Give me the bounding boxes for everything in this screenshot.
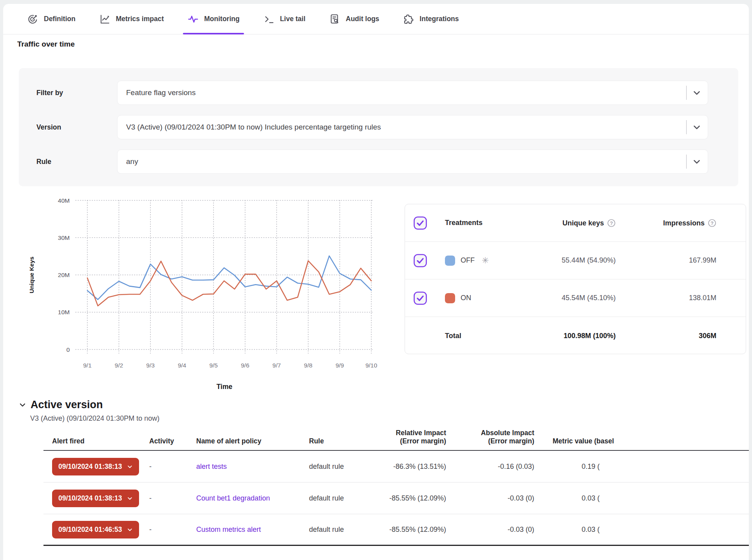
- chevron-down-icon: [692, 122, 702, 132]
- treatment-row-off: OFF ✳ 55.44M (54.90%) 167.99M: [405, 242, 746, 279]
- alert-policy-link[interactable]: Count bet1 degradation: [196, 494, 270, 502]
- tab-metrics-impact[interactable]: Metrics impact: [97, 4, 166, 34]
- chart-section: 010M20M30M40M9/19/29/39/49/59/69/79/89/9…: [3, 195, 749, 393]
- svg-text:9/6: 9/6: [241, 362, 249, 369]
- tab-label: Audit logs: [346, 15, 380, 23]
- unique-keys-column-header: Unique keys?: [498, 219, 616, 227]
- filter-row-rule: Rule any: [36, 149, 708, 174]
- treatments-panel: Treatments Unique keys? Impressions? OFF…: [405, 204, 746, 354]
- filter-by-select[interactable]: Feature flag versions: [117, 81, 708, 105]
- default-treatment-icon: ✳: [482, 256, 489, 265]
- alert-rule: default rule: [309, 463, 356, 471]
- svg-text:20M: 20M: [58, 272, 70, 278]
- alert-fired-badge[interactable]: 09/10/2024 01:38:13: [52, 458, 139, 475]
- version-value: V3 (Active) (09/01/2024 01:30PM to now) …: [126, 123, 686, 131]
- treatments-total-row: Total 100.98M (100%) 306M: [405, 317, 746, 354]
- chevron-down-icon: [127, 527, 133, 533]
- alert-row: 09/10/2024 01:38:13 - alert tests defaul…: [43, 451, 749, 483]
- collapse-chevron-icon[interactable]: [19, 401, 26, 409]
- checkbox-on-checked[interactable]: [414, 292, 427, 305]
- filter-by-value: Feature flag versions: [126, 88, 686, 97]
- alert-fired-badge[interactable]: 09/10/2024 01:46:53: [52, 521, 139, 538]
- help-icon[interactable]: ?: [607, 219, 616, 227]
- total-unique-keys: 100.98M (100%): [498, 332, 616, 340]
- total-label: Total: [445, 332, 498, 340]
- on-color-swatch: [445, 293, 455, 303]
- impressions-column-header: Impressions?: [616, 219, 716, 227]
- alert-activity: -: [149, 526, 196, 534]
- col-relative-impact: Relative Impact (Error margin): [356, 429, 446, 445]
- tab-label: Integrations: [419, 15, 459, 23]
- rule-label: Rule: [36, 158, 117, 166]
- svg-text:9/3: 9/3: [146, 362, 155, 369]
- tab-label: Monitoring: [204, 15, 239, 23]
- total-impressions: 306M: [616, 332, 716, 340]
- page-title: Traffic over time: [17, 40, 749, 49]
- alert-policy-link[interactable]: Custom metrics alert: [196, 526, 261, 533]
- tab-live-tail[interactable]: Live tail: [261, 4, 307, 34]
- svg-text:40M: 40M: [58, 197, 70, 204]
- alert-absolute-impact: -0.03 (0): [446, 526, 534, 534]
- col-absolute-impact: Absolute Impact (Error margin): [446, 429, 534, 445]
- tab-bar: Definition Metrics impact Monitoring Liv…: [3, 4, 749, 34]
- help-icon[interactable]: ?: [708, 219, 716, 227]
- rule-value: any: [126, 157, 686, 166]
- treatments-column-header: Treatments: [445, 219, 498, 227]
- alert-relative-impact: -86.3% (13.51%): [356, 463, 446, 471]
- col-rule: Rule: [309, 437, 356, 445]
- tab-label: Metrics impact: [116, 15, 164, 23]
- select-divider: [686, 120, 687, 134]
- alert-row: 09/10/2024 01:46:53 - Custom metrics ale…: [43, 514, 749, 546]
- off-impressions: 167.99M: [616, 256, 716, 265]
- puzzle-icon: [403, 13, 414, 25]
- filter-row-filter-by: Filter by Feature flag versions: [36, 81, 708, 105]
- checkbox-all-checked[interactable]: [414, 216, 427, 230]
- col-alert-fired: Alert fired: [43, 437, 149, 445]
- checkbox-off-checked[interactable]: [414, 254, 427, 267]
- on-unique-keys: 45.54M (45.10%): [498, 294, 616, 302]
- filter-panel: Filter by Feature flag versions Version …: [19, 68, 738, 186]
- chevron-down-icon: [127, 464, 133, 470]
- alert-metric-value: 0.03 (: [534, 526, 749, 534]
- svg-text:9/10: 9/10: [365, 362, 378, 369]
- tab-monitoring[interactable]: Monitoring: [185, 4, 241, 34]
- svg-text:9/8: 9/8: [304, 362, 313, 369]
- traffic-chart-container: 010M20M30M40M9/19/29/39/49/59/69/79/89/9…: [3, 195, 395, 393]
- alert-relative-impact: -85.55% (12.09%): [356, 494, 446, 502]
- alert-activity: -: [149, 494, 196, 502]
- select-divider: [686, 155, 687, 169]
- svg-text:?: ?: [710, 220, 714, 226]
- treatments-header-row: Treatments Unique keys? Impressions?: [405, 204, 746, 242]
- alert-activity: -: [149, 463, 196, 471]
- chart-line-icon: [99, 13, 111, 25]
- rule-select[interactable]: any: [117, 149, 708, 174]
- alerts-table-header: Alert fired Activity Name of alert polic…: [43, 429, 749, 451]
- alert-rule: default rule: [309, 526, 356, 534]
- filter-row-version: Version V3 (Active) (09/01/2024 01:30PM …: [36, 115, 708, 139]
- svg-text:9/4: 9/4: [178, 362, 186, 369]
- tab-audit-logs[interactable]: Audit logs: [327, 4, 381, 34]
- svg-text:9/5: 9/5: [209, 362, 218, 369]
- svg-text:9/1: 9/1: [83, 362, 92, 369]
- svg-text:9/9: 9/9: [336, 362, 344, 369]
- traffic-chart: 010M20M30M40M9/19/29/39/49/59/69/79/89/9…: [3, 195, 395, 393]
- active-version-title: Active version: [31, 399, 103, 411]
- alert-metric-value: 0.03 (: [534, 494, 749, 502]
- tab-integrations[interactable]: Integrations: [401, 4, 461, 34]
- active-version-section: Active version V3 (Active) (09/10/2024 0…: [19, 399, 749, 546]
- tab-label: Live tail: [280, 15, 306, 23]
- document-search-icon: [329, 13, 341, 25]
- alert-relative-impact: -85.55% (12.09%): [356, 526, 446, 534]
- col-metric-value: Metric value (basel: [534, 437, 749, 445]
- alert-fired-badge[interactable]: 09/10/2024 01:38:13: [52, 490, 139, 507]
- terminal-icon: [263, 13, 275, 25]
- version-select[interactable]: V3 (Active) (09/01/2024 01:30PM to now) …: [117, 115, 708, 139]
- treatment-row-on: ON 45.54M (45.10%) 138.01M: [405, 279, 746, 317]
- alert-policy-link[interactable]: alert tests: [196, 463, 227, 470]
- col-policy-name: Name of alert policy: [196, 437, 309, 445]
- tab-definition[interactable]: Definition: [25, 4, 78, 34]
- svg-text:9/7: 9/7: [273, 362, 281, 369]
- svg-text:Time: Time: [217, 383, 233, 391]
- alerts-table: Alert fired Activity Name of alert polic…: [43, 429, 749, 546]
- alert-absolute-impact: -0.16 (0.03): [446, 463, 534, 471]
